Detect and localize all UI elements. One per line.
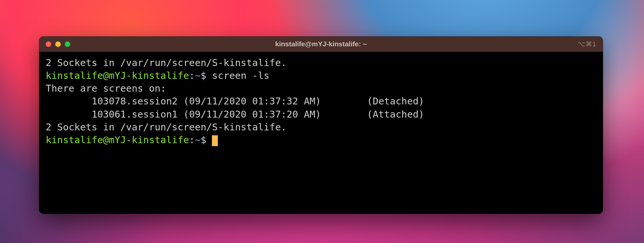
command-text: screen -ls bbox=[206, 70, 269, 81]
output-line: 103061.session1 (09/11/2020 01:37:20 AM)… bbox=[46, 109, 424, 120]
output-line: 2 Sockets in /var/run/screen/S-kinstalif… bbox=[46, 121, 287, 133]
output-line: 2 Sockets in /var/run/screen/S-kinstalif… bbox=[46, 57, 287, 68]
prompt-symbol: $ bbox=[200, 70, 206, 81]
terminal-body[interactable]: 2 Sockets in /var/run/screen/S-kinstalif… bbox=[39, 52, 603, 214]
minimize-button[interactable] bbox=[55, 41, 61, 47]
titlebar[interactable]: kinstalife@mYJ-kinstalife: ~ ⌥⌘1 bbox=[39, 36, 603, 52]
output-line: 103078.session2 (09/11/2020 01:37:32 AM)… bbox=[46, 96, 424, 107]
prompt-userhost: kinstalife@mYJ-kinstalife bbox=[46, 70, 189, 81]
prompt-sep: : bbox=[189, 134, 195, 145]
terminal-window: kinstalife@mYJ-kinstalife: ~ ⌥⌘1 2 Socke… bbox=[39, 36, 603, 214]
cursor bbox=[212, 135, 218, 146]
prompt-path: ~ bbox=[195, 134, 200, 145]
prompt-userhost: kinstalife@mYJ-kinstalife bbox=[46, 134, 189, 145]
prompt-sep: : bbox=[189, 70, 195, 81]
pane-indicator: ⌥⌘1 bbox=[578, 40, 596, 48]
prompt-symbol: $ bbox=[200, 134, 206, 145]
output-line: There are screens on: bbox=[46, 83, 166, 94]
prompt-path: ~ bbox=[195, 70, 200, 81]
zoom-button[interactable] bbox=[65, 41, 70, 47]
window-title: kinstalife@mYJ-kinstalife: ~ bbox=[39, 40, 603, 48]
traffic-lights bbox=[39, 41, 70, 47]
close-button[interactable] bbox=[46, 41, 51, 47]
